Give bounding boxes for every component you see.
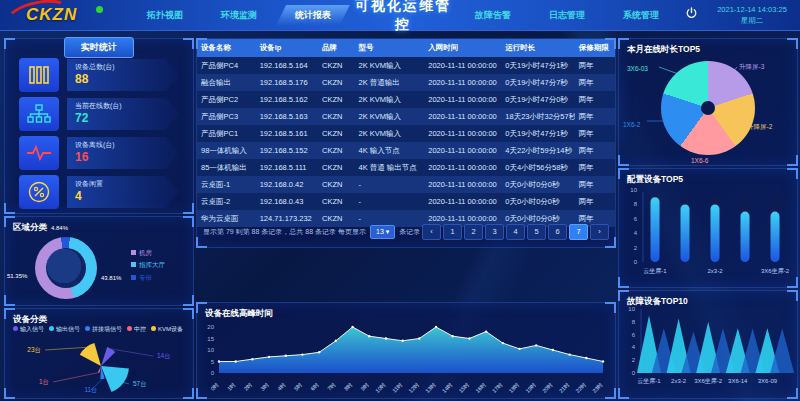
page-button-3[interactable]: 3 — [485, 224, 504, 240]
page-button-6[interactable]: 6 — [548, 224, 567, 240]
config-bar[interactable] — [771, 212, 780, 262]
table-cell: CKZN — [318, 108, 355, 125]
legend-label: 中控 — [134, 326, 146, 332]
rose-slice-KVM设备[interactable] — [80, 343, 101, 366]
tab-统计报表[interactable]: 统计报表 — [276, 5, 350, 26]
table-row[interactable]: 85一体机输出192.168.5.111CKZN4K 普通 输出节点2020-1… — [197, 159, 615, 176]
stat-card-network[interactable]: 当前在线数(台)72 — [19, 96, 179, 132]
legend-dot — [85, 326, 90, 331]
page-button-1[interactable]: 1 — [443, 224, 462, 240]
top5-online-pie-chart[interactable] — [661, 61, 755, 155]
rose-slice-label: 57台 — [133, 380, 147, 388]
table-row[interactable]: 云桌面-2192.168.0.43CKZN-2020-11-11 00:00:0… — [197, 193, 615, 210]
device-table: 设备名称设备ip品牌型号入网时间运行时长保修期限 产品侧PC4192.168.5… — [197, 39, 615, 227]
online-peak-area-chart[interactable]: 051015200时1时2时3时4时5时6时7时8时9时10时11时12时13时… — [199, 317, 613, 397]
rose-slice-输出信号[interactable] — [101, 366, 129, 392]
stat-value: 72 — [75, 111, 171, 125]
table-header-型号[interactable]: 型号 — [355, 39, 425, 57]
table-cell: 4K 普通 输出节点 — [355, 159, 425, 176]
page-next-button[interactable]: › — [590, 224, 609, 240]
table-row[interactable]: 产品侧PC3192.168.5.163CKZN2K KVM输入2020-11-1… — [197, 108, 615, 125]
table-cell: CKZN — [318, 74, 355, 91]
legend-label: 拼接墙信号 — [92, 326, 122, 332]
table-header-入网时间[interactable]: 入网时间 — [424, 39, 501, 57]
config-bar[interactable] — [651, 197, 660, 262]
legend-item-机房[interactable]: 机房 — [131, 247, 165, 259]
table-row[interactable]: 产品侧PC1192.168.5.161CKZN2K KVM输入2020-11-1… — [197, 125, 615, 142]
stat-card-pulse[interactable]: 设备离线(台)16 — [19, 135, 179, 171]
table-header-运行时长[interactable]: 运行时长 — [501, 39, 574, 57]
top5-config-bar-chart[interactable]: 0246810云坐席-12x3-23X6坐席-2 — [621, 184, 795, 284]
table-header-设备ip[interactable]: 设备ip — [256, 39, 318, 57]
table-cell: 2K KVM输入 — [355, 108, 425, 125]
stat-card-percent[interactable]: 设备闲置4 — [19, 174, 179, 210]
legend-item-指挥大厅[interactable]: 指挥大厅 — [131, 259, 165, 271]
fault-triangle[interactable] — [770, 328, 794, 373]
legend-item-KVM设备[interactable]: KVM设备 — [151, 325, 183, 334]
table-row[interactable]: 云桌面-1192.168.0.42CKZN-2020-11-11 00:00:0… — [197, 176, 615, 193]
tab-环境监测[interactable]: 环境监测 — [202, 5, 276, 26]
table-cell: 192.168.0.42 — [256, 176, 318, 193]
page-button-5[interactable]: 5 — [527, 224, 546, 240]
page-button-2[interactable]: 2 — [464, 224, 483, 240]
table-row[interactable]: 98一体机输入192.168.5.152CKZN4K 输入节点2020-11-1… — [197, 142, 615, 159]
pulse-icon — [19, 136, 59, 170]
percent-icon — [19, 175, 59, 209]
menu-日志管理[interactable]: 日志管理 — [530, 5, 604, 26]
table-cell: 0天0小时0分0秒 — [501, 193, 574, 210]
peak-x-label: 13时 — [424, 381, 437, 394]
stat-card-server[interactable]: 设备总数(台)88 — [19, 57, 179, 93]
peak-x-label: 14时 — [441, 381, 454, 394]
peak-x-label: 18时 — [508, 381, 521, 394]
device-rose-chart[interactable]: 14台57台11台1台23台 — [5, 336, 193, 396]
config-bar[interactable] — [711, 204, 720, 262]
bars-y-tick: 10 — [630, 187, 637, 193]
tab-拓扑视图[interactable]: 拓扑视图 — [128, 5, 202, 26]
logo-text: CKZN — [26, 5, 77, 25]
legend-item-输出信号[interactable]: 输出信号 — [49, 325, 80, 334]
table-row[interactable]: 融合输出192.168.5.176CKZN2K 普通输出2020-11-11 0… — [197, 74, 615, 91]
fault-y-tick: 10 — [628, 306, 635, 312]
region-donut-chart[interactable] — [35, 237, 97, 299]
menu-系统管理[interactable]: 系统管理 — [604, 5, 678, 26]
page-prev-button[interactable]: ‹ — [422, 224, 441, 240]
stat-strip: 当前在线数(台)72 — [67, 98, 179, 130]
config-bar[interactable] — [681, 204, 690, 262]
rose-slice-中控[interactable] — [98, 366, 101, 373]
table-cell: 2K KVM输入 — [355, 91, 425, 108]
table-cell: 2020-11-11 00:00:00 — [424, 74, 501, 91]
peak-x-label: 2时 — [243, 381, 254, 392]
bars-x-label: 云坐席-1 — [643, 267, 667, 274]
pie-slice-label-1X6-2: 1X6-2 — [623, 121, 640, 128]
power-button[interactable] — [678, 6, 704, 24]
legend-item-拼接墙信号[interactable]: 拼接墙信号 — [85, 325, 122, 334]
table-row[interactable]: 产品侧PC4192.168.5.164CKZN2K KVM输入2020-11-1… — [197, 57, 615, 74]
table-cell: 产品侧PC4 — [197, 57, 256, 74]
legend-item-输入信号[interactable]: 输入信号 — [13, 325, 44, 334]
table-cell: 192.168.0.43 — [256, 193, 318, 210]
device-chart-legend: 输入信号输出信号拼接墙信号中控KVM设备 — [13, 325, 189, 334]
table-cell: 192.168.5.162 — [256, 91, 318, 108]
page-size-select[interactable]: 13 ▾ — [370, 225, 395, 239]
table-header-品牌[interactable]: 品牌 — [318, 39, 355, 57]
menu-故障告警[interactable]: 故障告警 — [456, 5, 530, 26]
table-cell: CKZN — [318, 142, 355, 159]
legend-item-专班[interactable]: 专班 — [131, 272, 165, 284]
bars-y-tick: 4 — [634, 230, 638, 236]
panel-device-table: 设备名称设备ip品牌型号入网时间运行时长保修期限 产品侧PC4192.168.5… — [196, 38, 616, 248]
page-button-4[interactable]: 4 — [506, 224, 525, 240]
stat-strip: 设备离线(台)16 — [67, 137, 179, 169]
realtime-stats-badge[interactable]: 实时统计 — [64, 37, 134, 58]
table-cell: 18天23小时32分57秒 — [501, 108, 574, 125]
rose-slice-输入信号[interactable] — [101, 347, 115, 366]
table-cell: 两年 — [575, 74, 615, 91]
table-cell: 两年 — [575, 193, 615, 210]
peak-y-tick: 15 — [207, 336, 214, 342]
top10-fault-triangle-chart[interactable]: 0246810云坐席-12x3-23X6坐席-23X6-143X6-09 — [621, 305, 795, 395]
legend-item-中控[interactable]: 中控 — [127, 325, 146, 334]
table-row[interactable]: 产品侧PC2192.168.5.162CKZN2K KVM输入2020-11-1… — [197, 91, 615, 108]
page-title: 可视化运维管控 — [355, 0, 451, 32]
page-button-7[interactable]: 7 — [569, 224, 588, 240]
legend-swatch — [131, 262, 136, 267]
config-bar[interactable] — [741, 212, 750, 262]
